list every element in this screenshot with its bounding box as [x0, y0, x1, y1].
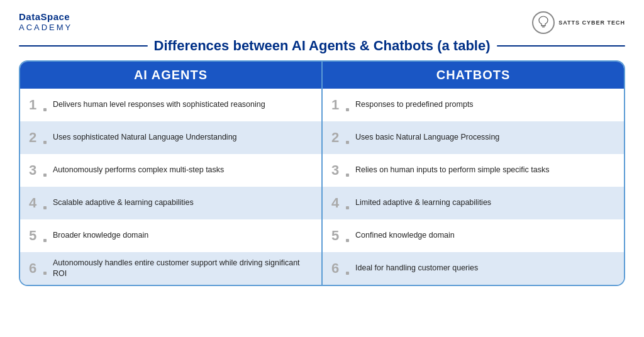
title-line-right — [497, 45, 626, 47]
row-number-icon: 2 — [29, 131, 47, 145]
chatbots-column: CHATBOTS 1Responses to predefined prompt… — [323, 62, 624, 285]
chatbots-header: CHATBOTS — [323, 62, 624, 89]
logo-line1: DataSpace — [19, 11, 72, 23]
row-text: Delivers human level responses with soph… — [53, 99, 265, 111]
ai-agents-row-6: 6Autonomously handles entire customer su… — [20, 252, 321, 285]
row-number-icon: 1 — [29, 98, 47, 112]
logo-line2: ACADEMY — [19, 23, 72, 32]
row-text: Autonomously performs complex multi-step… — [53, 165, 224, 176]
row-number-icon: 5 — [331, 229, 349, 243]
row-number-icon: 3 — [29, 163, 47, 177]
brand-icon — [536, 15, 551, 30]
row-number-icon: 6 — [331, 262, 349, 275]
comparison-table: AI AGENTS 1Delivers human level response… — [19, 60, 625, 286]
chatbots-row-6: 6Ideal for handling customer queries — [323, 252, 624, 285]
row-number-icon: 4 — [331, 196, 349, 210]
row-text: Uses basic Natural Language Processing — [355, 132, 499, 143]
row-text: Scalable adaptive & learning capabilitie… — [53, 197, 194, 209]
row-text: Limited adaptive & learning capabilities — [355, 197, 491, 209]
chatbots-rows: 1Responses to predefined prompts2Uses ba… — [323, 89, 624, 285]
ai-agents-heading: AI AGENTS — [134, 68, 208, 82]
chatbots-row-2: 2Uses basic Natural Language Processing — [323, 121, 624, 154]
title-row: Differences between AI Agents & Chatbots… — [19, 38, 625, 54]
row-number-icon: 5 — [29, 229, 47, 243]
row-number-icon: 6 — [29, 262, 47, 275]
table-columns: AI AGENTS 1Delivers human level response… — [20, 62, 624, 285]
row-text: Confined knowledge domain — [355, 230, 455, 241]
chatbots-row-4: 4Limited adaptive & learning capabilitie… — [323, 187, 624, 219]
row-number-icon: 2 — [331, 131, 349, 145]
ai-agents-row-5: 5Broader knowledge domain — [20, 219, 321, 252]
row-text: Autonomously handles entire customer sup… — [53, 258, 313, 280]
chatbots-row-1: 1Responses to predefined prompts — [323, 89, 624, 121]
brand-logo-circle — [532, 11, 555, 34]
ai-agents-header: AI AGENTS — [20, 62, 321, 89]
chatbots-row-3: 3Relies on human inputs to perform simpl… — [323, 154, 624, 187]
chatbots-heading: CHATBOTS — [436, 68, 511, 82]
row-number-icon: 3 — [331, 163, 349, 177]
brand-right: SATTS CYBER TECH — [532, 11, 625, 34]
header: DataSpace ACADEMY SATTS CYBER TECH — [19, 11, 625, 34]
ai-agents-column: AI AGENTS 1Delivers human level response… — [20, 62, 323, 285]
ai-agents-row-3: 3Autonomously performs complex multi-ste… — [20, 154, 321, 187]
main-title: Differences between AI Agents & Chatbots… — [154, 38, 491, 54]
ai-agents-row-2: 2Uses sophisticated Natural Language Und… — [20, 121, 321, 154]
ai-agents-row-4: 4Scalable adaptive & learning capabiliti… — [20, 187, 321, 219]
ai-agents-rows: 1Delivers human level responses with sop… — [20, 89, 321, 285]
row-number-icon: 4 — [29, 196, 47, 210]
row-text: Ideal for handling customer queries — [355, 263, 478, 274]
row-text: Uses sophisticated Natural Language Unde… — [53, 132, 237, 143]
chatbots-row-5: 5Confined knowledge domain — [323, 219, 624, 252]
logo-area: DataSpace ACADEMY — [19, 11, 72, 32]
row-text: Responses to predefined prompts — [355, 99, 474, 111]
brand-name: SATTS CYBER TECH — [558, 19, 625, 26]
title-line-left — [19, 45, 148, 47]
row-text: Relies on human inputs to perform simple… — [355, 165, 549, 176]
ai-agents-row-1: 1Delivers human level responses with sop… — [20, 89, 321, 121]
row-text: Broader knowledge domain — [53, 230, 148, 241]
page: DataSpace ACADEMY SATTS CYBER TECH Diffe… — [0, 0, 644, 337]
row-number-icon: 1 — [331, 98, 349, 112]
